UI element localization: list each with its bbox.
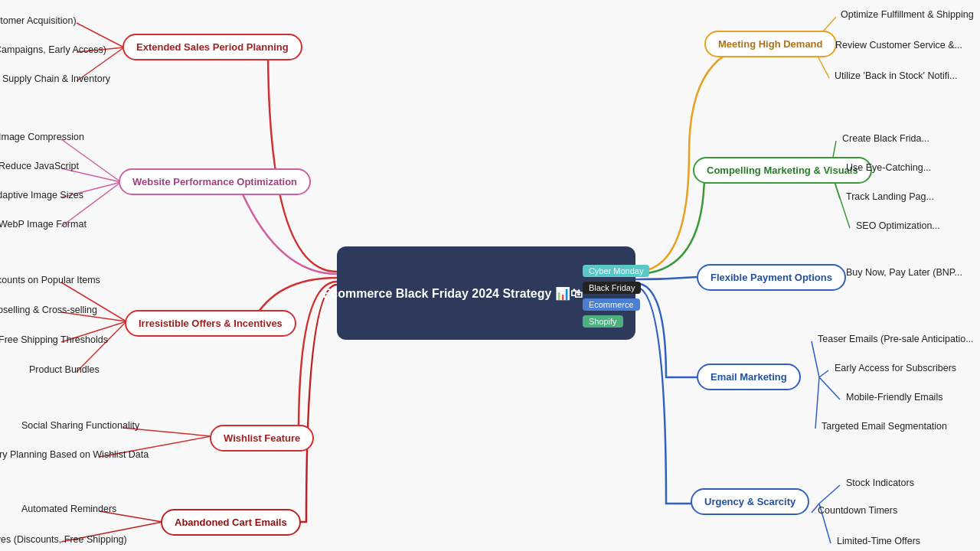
leaf-mobile-friendly-emails: Mobile-Friendly Emails [840, 389, 949, 406]
leaf-reduce-javascript: Reduce JavaScript [0, 158, 85, 174]
leaf-early-access: Early Access for Subscribers [828, 360, 962, 377]
branch-wishlist-feature[interactable]: Wishlist Feature [210, 425, 314, 452]
branch-extended-sales[interactable]: Extended Sales Period Planning [122, 34, 302, 60]
leaf-upselling-cross-selling: Upselling & Cross-selling [0, 302, 103, 318]
leaf-product-bundles: Product Bundles [23, 361, 106, 378]
leaf-teaser-emails: Teaser Emails (Pre-sale Anticipatio... [812, 331, 980, 347]
leaf-image-compression: Image Compression [0, 129, 90, 145]
leaf-limited-time-offers: Limited-Time Offers [831, 533, 926, 549]
leaf-webp-image-format: WebP Image Format [0, 216, 93, 233]
leaf-incentives: Incentives (Discounts, Free Shipping) [0, 531, 133, 548]
leaf-social-sharing: Social Sharing Functionality [15, 417, 145, 434]
leaf-create-black-friday: Create Black Frida... [836, 130, 936, 147]
leaf-inventory-planning-wishlist: Inventory Planning Based on Wishlist Dat… [0, 446, 155, 463]
leaf-seo-optimization: SEO Optimization... [850, 217, 946, 234]
svg-line-9 [819, 370, 828, 377]
center-node[interactable]: Ecommerce Black Friday 2024 Strategy 📊🛍 … [337, 246, 635, 340]
leaf-free-shipping-thresholds: Free Shipping Thresholds [0, 331, 114, 348]
svg-line-12 [819, 485, 840, 504]
branch-meeting-high-demand[interactable]: Meeting High Demand [704, 31, 837, 57]
branch-website-performance[interactable]: Website Performance Optimization [119, 168, 311, 195]
tag-black-friday: Black Friday [583, 282, 642, 294]
leaf-supply-chain-inventory: Supply Chain & Inventory [0, 70, 116, 87]
tag-ecommerce: Ecommerce [583, 298, 640, 311]
center-title: Ecommerce Black Friday 2024 Strategy 📊🛍 [323, 286, 583, 301]
branch-urgency-scarcity[interactable]: Urgency & Scarcity [691, 488, 809, 515]
leaf-automated-reminders: Automated Reminders [15, 500, 122, 517]
leaf-stock-indicators: Stock Indicators [840, 474, 920, 491]
leaf-utilize-back-in-stock: Utilize 'Back in Stock' Notifi... [828, 67, 963, 84]
tag-shopify: Shopify [583, 315, 623, 328]
svg-line-10 [819, 377, 840, 399]
branch-flexible-payment[interactable]: Flexible Payment Options [697, 264, 846, 291]
leaf-review-customer-service: Review Customer Service &... [829, 37, 969, 54]
branch-abandoned-cart[interactable]: Abandoned Cart Emails [161, 509, 301, 536]
leaf-discounts-popular-items: Discounts on Popular Items [0, 272, 106, 289]
leaf-optimize-fulfillment: Optimize Fulfillment & Shipping [835, 6, 980, 23]
leaf-buy-now-pay-later: Buy Now, Pay Later (BNP... [840, 264, 969, 281]
tag-cyber-monday: Cyber Monday [583, 265, 650, 277]
center-tags: Cyber Monday Black Friday Ecommerce Shop… [583, 265, 650, 328]
leaf-customer-acquisition: Customer Acquisition) [0, 12, 83, 29]
branch-email-marketing[interactable]: Email Marketing [697, 364, 801, 390]
leaf-track-landing-page: Track Landing Pag... [840, 188, 940, 205]
leaf-campaigns-early-access: Campaigns, Early Access) [0, 41, 113, 58]
leaf-targeted-email-segmentation: Targeted Email Segmentation [815, 418, 953, 435]
branch-irresistible-offers[interactable]: Irresistible Offers & Incentives [125, 310, 296, 337]
leaf-use-eye-catching: Use Eye-Catching... [840, 159, 937, 176]
leaf-countdown-timers: Countdown Timers [812, 502, 903, 519]
leaf-adaptive-image-sizes: Adaptive Image Sizes [0, 187, 90, 204]
